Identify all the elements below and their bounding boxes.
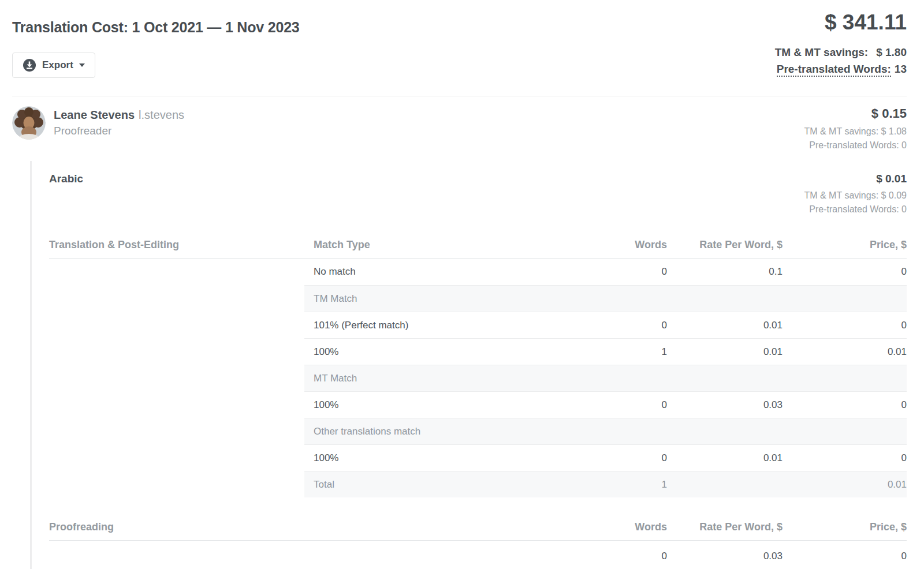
user-totals: $ 0.15 TM & MT savings: $ 1.08 Pre-trans… [804, 106, 907, 151]
report-totals: $ 341.11 TM & MT savings:$ 1.80 Pre-tran… [775, 0, 907, 76]
pretranslated-words-label[interactable]: Pre-translated Words: [777, 63, 891, 77]
table-total-row: Total 1 0.01 [304, 471, 907, 497]
column-header-rate: Rate Per Word, $ [667, 521, 783, 533]
match-type-cell: No match [304, 266, 564, 278]
price-cell: 0.01 [783, 346, 907, 358]
column-header-words: Words [564, 239, 667, 251]
table-row: 100% 0 0.01 0 [304, 444, 907, 471]
user-row: Leane Stevensl.stevens Proofreader $ 0.1… [0, 96, 924, 151]
rate-cell: 0.1 [667, 266, 783, 278]
user-total: $ 0.15 [804, 106, 907, 121]
words-cell: 0 [564, 551, 667, 562]
grand-total: $ 341.11 [775, 12, 907, 33]
match-type-cell: 100% [304, 399, 564, 411]
rate-cell: 0.01 [667, 452, 783, 464]
words-cell: 0 [564, 320, 667, 331]
rate-cell: 0.01 [667, 320, 783, 331]
total-savings-value: $ 1.80 [876, 46, 907, 58]
words-cell: 0 [564, 399, 667, 411]
download-icon [23, 58, 36, 72]
rate-cell: 0.01 [667, 346, 783, 358]
report-header-left: Translation Cost: 1 Oct 2021 — 1 Nov 202… [12, 0, 300, 78]
user-avatar [12, 106, 46, 140]
words-cell: 0 [564, 266, 667, 278]
language-total: $ 0.01 [804, 173, 907, 185]
table-row: 101% (Perfect match) 0 0.01 0 [304, 312, 907, 338]
match-type-cell: TM Match [304, 293, 564, 305]
page-title: Translation Cost: 1 Oct 2021 — 1 Nov 202… [12, 19, 300, 36]
rate-cell: 0.03 [667, 399, 783, 411]
price-cell: 0 [783, 551, 907, 562]
table-group-row: Other translations match [304, 418, 907, 444]
proofreading-table-header: Proofreading Words Rate Per Word, $ Pric… [49, 521, 907, 533]
user-username: l.stevens [139, 108, 184, 121]
match-type-cell: 100% [304, 452, 564, 464]
language-header: Arabic $ 0.01 TM & MT savings: $ 0.09 Pr… [49, 161, 907, 215]
language-savings: TM & MT savings: $ 0.09 [804, 190, 907, 201]
proofreading-row: 0 0.03 0 [304, 541, 907, 569]
export-button-label: Export [42, 59, 73, 71]
translation-cost-report: Translation Cost: 1 Oct 2021 — 1 Nov 202… [0, 0, 924, 569]
table-row: No match 0 0.1 0 [304, 259, 907, 285]
section-label: Proofreading [49, 521, 304, 533]
column-header-price: Price, $ [783, 239, 907, 251]
column-header-rate: Rate Per Word, $ [667, 239, 783, 251]
column-header-words: Words [564, 521, 667, 533]
user-name-line: Leane Stevensl.stevens [54, 108, 184, 122]
user-role: Proofreader [54, 125, 184, 137]
total-pretranslated: Pre-translated Words:13 [775, 63, 907, 76]
table-row: 100% 0 0.03 0 [304, 391, 907, 418]
table-group-row: TM Match [304, 285, 907, 312]
price-cell: 0 [783, 452, 907, 464]
translation-table-header: Translation & Post-Editing Match Type Wo… [49, 239, 907, 251]
column-header-match-type: Match Type [304, 239, 564, 251]
column-header-spacer [304, 521, 564, 533]
pretranslated-words-value: 13 [895, 63, 907, 75]
rate-cell: 0.03 [667, 551, 783, 562]
match-type-cell: Other translations match [304, 426, 564, 437]
user-meta: Leane Stevensl.stevens Proofreader [54, 106, 184, 137]
language-pretranslated: Pre-translated Words: 0 [804, 204, 907, 215]
match-type-cell: Total [304, 479, 564, 491]
words-cell: 1 [564, 479, 667, 491]
price-cell: 0 [783, 266, 907, 278]
column-header-price: Price, $ [783, 521, 907, 533]
total-savings-label: TM & MT savings: [775, 46, 869, 58]
language-totals: $ 0.01 TM & MT savings: $ 0.09 Pre-trans… [804, 173, 907, 215]
table-row: 100% 1 0.01 0.01 [304, 338, 907, 365]
user-pretranslated: Pre-translated Words: 0 [804, 140, 907, 151]
words-cell: 0 [564, 452, 667, 464]
export-button[interactable]: Export [12, 53, 95, 78]
chevron-down-icon [79, 63, 85, 67]
user-savings: TM & MT savings: $ 1.08 [804, 126, 907, 137]
section-label: Translation & Post-Editing [49, 239, 304, 251]
user-name: Leane Stevens [54, 108, 135, 121]
price-cell: 0 [783, 399, 907, 411]
translation-table-body: No match 0 0.1 0 TM Match 101% (Perfect … [49, 259, 907, 497]
words-cell: 1 [564, 346, 667, 358]
table-group-row: MT Match [304, 365, 907, 391]
price-cell: 0 [783, 320, 907, 331]
user-info: Leane Stevensl.stevens Proofreader [12, 106, 184, 151]
price-cell: 0.01 [783, 479, 907, 491]
language-name: Arabic [49, 173, 83, 215]
match-type-cell: 101% (Perfect match) [304, 320, 564, 331]
report-header: Translation Cost: 1 Oct 2021 — 1 Nov 202… [0, 0, 924, 78]
language-block: Arabic $ 0.01 TM & MT savings: $ 0.09 Pr… [30, 161, 907, 569]
total-savings: TM & MT savings:$ 1.80 [775, 46, 907, 59]
match-type-cell: 100% [304, 346, 564, 358]
match-type-cell: MT Match [304, 373, 564, 384]
